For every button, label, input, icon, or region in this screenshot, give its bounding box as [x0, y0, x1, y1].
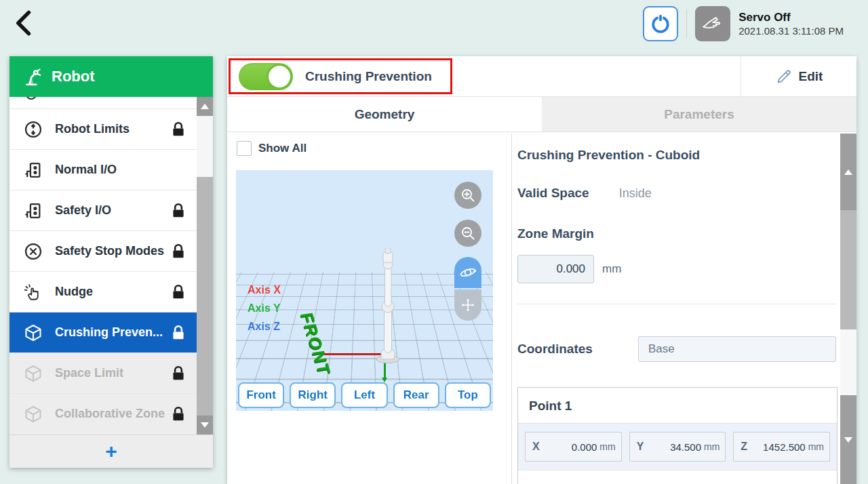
valid-space-row: Valid Space Inside — [517, 186, 652, 201]
sidebar-item-space-limit[interactable]: Space Limit — [9, 353, 197, 394]
coordinates-label: Coordinates — [517, 342, 638, 357]
sidebar-item-robot-limits[interactable]: Robot Limits — [9, 109, 197, 150]
lock-icon — [170, 324, 187, 342]
show-all-label: Show All — [258, 142, 307, 155]
edit-button[interactable]: Edit — [741, 56, 856, 97]
partial-icon-fragment — [26, 97, 37, 100]
pan-arrows-icon — [460, 297, 476, 313]
main-panel: Crushing Prevention Edit Geometry Parame… — [227, 56, 856, 484]
magnifier-minus-icon — [460, 225, 476, 241]
3d-viewport[interactable]: FRONT Axis X Ax — [236, 170, 493, 411]
sidebar-item-label: Robot Limits — [55, 122, 170, 136]
sidebar-item-safety-stop-modes[interactable]: Safety Stop Modes — [9, 231, 197, 272]
details-pane: Crushing Prevention - Cuboid Valid Space… — [512, 133, 856, 484]
tab-parameters[interactable]: Parameters — [542, 97, 856, 132]
point-y-field[interactable]: Y 34.500 mm — [629, 432, 726, 462]
zoom-in-button[interactable] — [454, 182, 481, 209]
pencil-icon — [775, 68, 793, 85]
view-buttons: Front Right Left Rear Top — [238, 382, 491, 408]
cube-icon — [23, 363, 43, 384]
recovery-button[interactable] — [643, 6, 678, 41]
tab-bar: Geometry Parameters — [227, 97, 856, 132]
plus-icon: + — [105, 441, 117, 462]
coordinates-select[interactable]: Base — [638, 336, 836, 362]
crushing-prevention-toggle[interactable] — [239, 63, 293, 90]
scroll-down-icon[interactable] — [197, 416, 213, 435]
lock-icon — [170, 243, 187, 260]
sidebar-item-normal-io[interactable]: Normal I/O — [9, 150, 197, 190]
sidebar-item-label: Normal I/O — [55, 163, 187, 177]
zone-margin-input[interactable]: 0.000 — [517, 255, 594, 283]
edit-label: Edit — [799, 69, 823, 84]
servo-status-title: Servo Off — [738, 10, 844, 24]
show-all-checkbox[interactable] — [237, 141, 252, 156]
details-scrollbar-track[interactable] — [840, 329, 856, 395]
details-scrollbar-thumb[interactable] — [840, 210, 856, 329]
hand-icon — [701, 14, 724, 34]
details-scrollbar[interactable] — [840, 133, 856, 484]
y-axis-label: Y — [637, 441, 654, 453]
add-zone-button[interactable]: + — [9, 435, 213, 468]
power-icon — [650, 14, 671, 34]
point-z-field[interactable]: Z 1452.500 mm — [733, 432, 830, 462]
view-front-button[interactable]: Front — [238, 382, 284, 408]
scroll-up-icon[interactable] — [197, 97, 213, 116]
back-button[interactable] — [9, 8, 39, 38]
lock-icon — [170, 283, 187, 301]
servo-status-text: Servo Off 2021.08.31 3:11:08 PM — [738, 10, 844, 38]
sidebar-scrollbar-thumb[interactable] — [197, 116, 213, 177]
view-rear-button[interactable]: Rear — [393, 382, 439, 408]
axis-legend: Axis X Axis Y Axis Z — [248, 284, 281, 333]
sidebar-item-collaborative-zone[interactable]: Collaborative Zone — [9, 394, 197, 435]
lock-icon — [170, 365, 187, 382]
section-divider — [517, 304, 836, 304]
view-left-button[interactable]: Left — [341, 382, 387, 408]
point-1-card: Point 1 X 0.000 mm Y 34.500 mm — [517, 387, 837, 484]
pan-mode-button[interactable] — [454, 289, 481, 321]
orbit-mode-button[interactable] — [454, 257, 481, 288]
z-unit: mm — [808, 441, 824, 452]
axis-y-label: Axis Y — [248, 302, 281, 315]
sidebar-item-crushing-prevention[interactable]: Crushing Preven... — [9, 312, 197, 353]
axis-z-label: Axis Z — [248, 321, 281, 333]
zone-margin-unit: mm — [602, 262, 621, 276]
x-axis-label: X — [532, 441, 550, 453]
sidebar-item-label: Safety Stop Modes — [55, 244, 170, 258]
view-right-button[interactable]: Right — [290, 382, 336, 408]
y-unit: mm — [704, 441, 719, 452]
scroll-up-icon[interactable] — [840, 134, 856, 210]
valid-space-value: Inside — [619, 186, 652, 201]
valid-space-label: Valid Space — [517, 186, 589, 201]
point-x-field[interactable]: X 0.000 mm — [525, 432, 622, 462]
sidebar-item-nudge[interactable]: Nudge — [9, 272, 197, 312]
sidebar-header: Robot — [9, 56, 213, 97]
stop-circle-icon — [23, 241, 43, 262]
zone-margin-row: 0.000 mm — [517, 255, 621, 283]
scroll-down-icon[interactable] — [840, 395, 856, 484]
nudge-hand-icon — [23, 282, 43, 302]
sidebar-scrollbar[interactable] — [197, 97, 213, 435]
sidebar-item-safety-io[interactable]: Safety I/O — [9, 190, 197, 231]
lock-icon — [170, 121, 187, 138]
sidebar-item-label: Space Limit — [55, 366, 170, 380]
view-top-button[interactable]: Top — [445, 382, 491, 408]
servo-status-box — [695, 6, 730, 41]
cube-icon — [23, 323, 43, 343]
sidebar-item-label: Collaborative Zone — [55, 407, 170, 421]
show-all-control: Show All — [237, 141, 307, 156]
zone-margin-label: Zone Margin — [517, 226, 594, 241]
x-value: 0.000 — [550, 441, 597, 453]
tab-geometry[interactable]: Geometry — [227, 97, 542, 132]
robot-arm — [369, 248, 407, 365]
back-chevron-icon — [9, 8, 39, 38]
toggle-row: Crushing Prevention Edit — [227, 56, 856, 97]
tab-content: Show All FRONT — [227, 133, 856, 484]
toggle-knob — [267, 64, 292, 89]
servo-status-time: 2021.08.31 3:11:08 PM — [738, 24, 844, 38]
sidebar-title: Robot — [52, 68, 95, 85]
sidebar-list: Robot Limits Normal I/O — [9, 97, 213, 435]
toggle-label: Crushing Prevention — [305, 56, 432, 97]
io-icon — [23, 201, 43, 221]
coordinates-row: Coordinates Base — [517, 336, 836, 362]
zoom-out-button[interactable] — [454, 220, 481, 247]
